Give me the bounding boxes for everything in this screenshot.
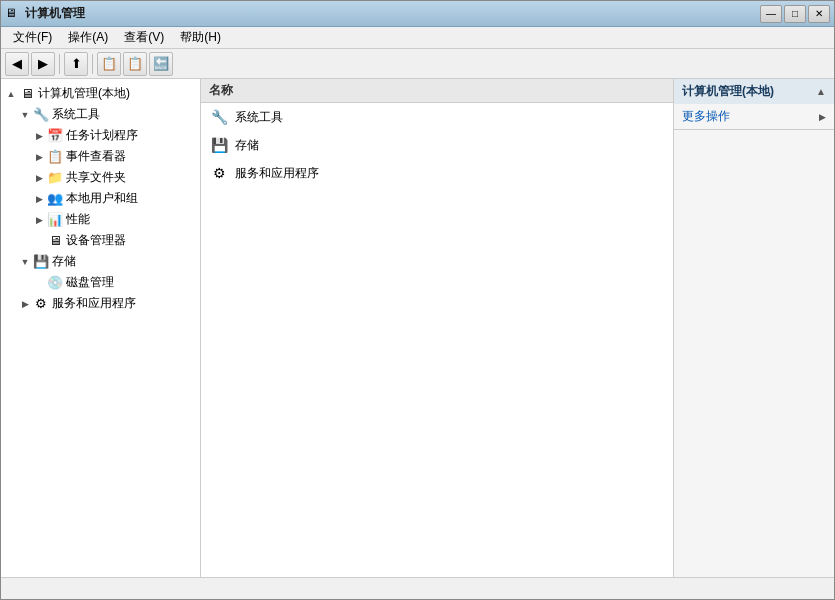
device-manager-icon: 🖥 [47, 233, 63, 249]
tree-item-task-scheduler[interactable]: ▶ 📅 任务计划程序 [1, 125, 200, 146]
close-button[interactable]: ✕ [808, 5, 830, 23]
task-scheduler-icon: 📅 [47, 128, 63, 144]
expand-performance: ▶ [33, 214, 45, 226]
tree-item-root[interactable]: ▲ 🖥 计算机管理(本地) [1, 83, 200, 104]
expand-services-apps: ▶ [19, 298, 31, 310]
tree-label-root: 计算机管理(本地) [38, 85, 130, 102]
services-apps-icon: ⚙ [33, 296, 49, 312]
titlebar-buttons[interactable]: — □ ✕ [760, 5, 830, 23]
actions-panel: 计算机管理(本地) ▲ 更多操作 ▶ [674, 79, 834, 577]
tree-item-services-apps[interactable]: ▶ ⚙ 服务和应用程序 [1, 293, 200, 314]
tree-panel: ▲ 🖥 计算机管理(本地) ▼ 🔧 系统工具 ▶ 📅 任务计划程序 ▶ 📋 事件… [1, 79, 201, 577]
local-users-icon: 👥 [47, 191, 63, 207]
expand-root: ▲ [5, 88, 17, 100]
tree-item-storage[interactable]: ▼ 💾 存储 [1, 251, 200, 272]
content-services-icon: ⚙ [209, 163, 229, 183]
storage-icon: 💾 [33, 254, 49, 270]
tree-label-event-viewer: 事件查看器 [66, 148, 126, 165]
show-hide-button[interactable]: 📋 [97, 52, 121, 76]
menubar: 文件(F) 操作(A) 查看(V) 帮助(H) [1, 27, 834, 49]
tree-item-system-tools[interactable]: ▼ 🔧 系统工具 [1, 104, 200, 125]
computer-icon: 🖥 [19, 86, 35, 102]
content-header: 名称 [201, 79, 673, 103]
tree-item-performance[interactable]: ▶ 📊 性能 [1, 209, 200, 230]
tree-label-services-apps: 服务和应用程序 [52, 295, 136, 312]
shared-folders-icon: 📁 [47, 170, 63, 186]
back-button[interactable]: ◀ [5, 52, 29, 76]
actions-header-label: 计算机管理(本地) [682, 83, 774, 100]
disk-manager-icon: 💿 [47, 275, 63, 291]
tree-label-disk-manager: 磁盘管理 [66, 274, 114, 291]
actions-section-main: 计算机管理(本地) ▲ 更多操作 ▶ [674, 79, 834, 130]
tree-label-shared-folders: 共享文件夹 [66, 169, 126, 186]
minimize-button[interactable]: — [760, 5, 782, 23]
content-label-storage: 存储 [235, 137, 259, 154]
statusbar [1, 577, 834, 599]
expand-system-tools: ▼ [19, 109, 31, 121]
expand-device-manager [33, 235, 45, 247]
tree-item-event-viewer[interactable]: ▶ 📋 事件查看器 [1, 146, 200, 167]
content-label-system: 系统工具 [235, 109, 283, 126]
tree-item-shared-folders[interactable]: ▶ 📁 共享文件夹 [1, 167, 200, 188]
menu-view[interactable]: 查看(V) [116, 27, 172, 48]
titlebar: 🖥 计算机管理 — □ ✕ [1, 1, 834, 27]
actions-collapse-icon: ▲ [816, 86, 826, 97]
tree-item-device-manager[interactable]: 🖥 设备管理器 [1, 230, 200, 251]
content-storage-icon: 💾 [209, 135, 229, 155]
up-button[interactable]: ⬆ [64, 52, 88, 76]
help-button[interactable]: 🔙 [149, 52, 173, 76]
toolbar-separator-2 [92, 54, 93, 74]
content-label-services: 服务和应用程序 [235, 165, 319, 182]
expand-shared-folders: ▶ [33, 172, 45, 184]
menu-action[interactable]: 操作(A) [60, 27, 116, 48]
content-item-storage[interactable]: 💾 存储 [201, 131, 673, 159]
content-panel: 名称 🔧 系统工具 💾 存储 ⚙ 服务和应用程序 [201, 79, 674, 577]
toolbar: ◀ ▶ ⬆ 📋 📋 🔙 [1, 49, 834, 79]
titlebar-left: 🖥 计算机管理 [5, 5, 85, 22]
content-system-icon: 🔧 [209, 107, 229, 127]
forward-button[interactable]: ▶ [31, 52, 55, 76]
toolbar-separator-1 [59, 54, 60, 74]
actions-more-label: 更多操作 [682, 108, 730, 125]
main-area: ▲ 🖥 计算机管理(本地) ▼ 🔧 系统工具 ▶ 📅 任务计划程序 ▶ 📋 事件… [1, 79, 834, 577]
tree-label-system-tools: 系统工具 [52, 106, 100, 123]
main-window: 🖥 计算机管理 — □ ✕ 文件(F) 操作(A) 查看(V) 帮助(H) ◀ … [0, 0, 835, 600]
expand-event-viewer: ▶ [33, 151, 45, 163]
expand-task-scheduler: ▶ [33, 130, 45, 142]
menu-file[interactable]: 文件(F) [5, 27, 60, 48]
tree-label-storage: 存储 [52, 253, 76, 270]
menu-help[interactable]: 帮助(H) [172, 27, 229, 48]
tree-label-local-users: 本地用户和组 [66, 190, 138, 207]
tree-label-task-scheduler: 任务计划程序 [66, 127, 138, 144]
expand-storage: ▼ [19, 256, 31, 268]
content-item-services[interactable]: ⚙ 服务和应用程序 [201, 159, 673, 187]
properties-button[interactable]: 📋 [123, 52, 147, 76]
actions-more-arrow: ▶ [819, 112, 826, 122]
content-item-system[interactable]: 🔧 系统工具 [201, 103, 673, 131]
actions-header-main[interactable]: 计算机管理(本地) ▲ [674, 79, 834, 104]
tree-label-device-manager: 设备管理器 [66, 232, 126, 249]
maximize-button[interactable]: □ [784, 5, 806, 23]
tree-item-local-users[interactable]: ▶ 👥 本地用户和组 [1, 188, 200, 209]
event-viewer-icon: 📋 [47, 149, 63, 165]
expand-disk-manager [33, 277, 45, 289]
window-icon: 🖥 [5, 6, 21, 22]
actions-item-more[interactable]: 更多操作 ▶ [674, 104, 834, 129]
performance-icon: 📊 [47, 212, 63, 228]
tree-item-disk-manager[interactable]: 💿 磁盘管理 [1, 272, 200, 293]
tree-label-performance: 性能 [66, 211, 90, 228]
expand-local-users: ▶ [33, 193, 45, 205]
system-tools-icon: 🔧 [33, 107, 49, 123]
window-title: 计算机管理 [25, 5, 85, 22]
